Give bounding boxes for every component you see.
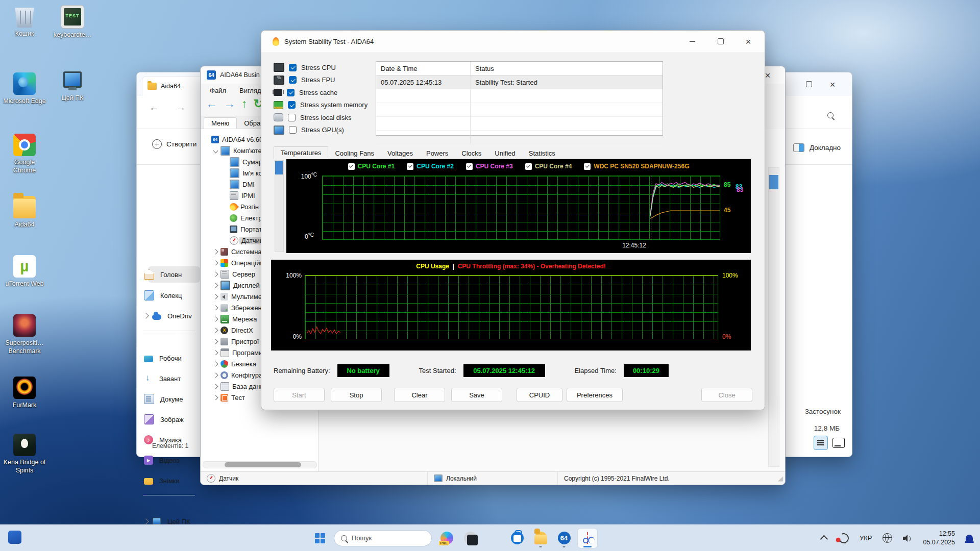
table-row[interactable]: 05.07.2025 12:45:13Stability Test: Start…: [376, 76, 663, 89]
desktop-icon-furmark[interactable]: FurMark: [2, 377, 47, 410]
back-arrow-icon[interactable]: ←: [206, 97, 217, 111]
stress-option-cache[interactable]: Stress cache: [274, 86, 368, 99]
checkbox-gpu[interactable]: [289, 126, 297, 134]
tree-item-label: База дани: [232, 383, 264, 390]
maximize-button[interactable]: [799, 77, 819, 92]
status-local: Локальний: [446, 475, 477, 482]
scrollbar-thumb[interactable]: [275, 161, 283, 174]
maximize-button[interactable]: [710, 34, 731, 49]
preferences-button[interactable]: Preferences: [567, 388, 623, 402]
store-taskbar-icon[interactable]: [507, 529, 527, 548]
gauge-icon: [207, 474, 215, 483]
update-sync-icon[interactable]: [837, 531, 851, 545]
folder-taskbar-icon[interactable]: [531, 529, 550, 548]
desktop-icon-edge[interactable]: Microsoft Edge: [2, 72, 47, 106]
desktop-icon-chrome[interactable]: Google Chrome: [2, 134, 47, 174]
legend-item: CPU Core #2: [407, 163, 454, 170]
legend-checkbox[interactable]: [348, 163, 355, 170]
search-icon: [341, 535, 347, 541]
new-button[interactable]: Створити: [152, 139, 197, 149]
vertical-scrollbar[interactable]: [768, 167, 779, 467]
minimize-button[interactable]: [682, 34, 702, 49]
legend-checkbox[interactable]: [466, 163, 473, 170]
close-button[interactable]: [738, 34, 758, 49]
tab-unified[interactable]: Unified: [488, 147, 522, 159]
graph-scrollbar[interactable]: [271, 159, 286, 253]
legend-checkbox[interactable]: [407, 163, 413, 170]
network-globe-icon[interactable]: [883, 533, 892, 543]
desktop-icon-utorrent[interactable]: uTorrent Web: [2, 255, 47, 288]
clear-button[interactable]: Clear: [394, 388, 445, 402]
checkbox-disk[interactable]: [288, 114, 296, 121]
tree-item-label: DirectX: [231, 327, 253, 334]
start-button[interactable]: Start: [274, 388, 325, 402]
stress-option-disk[interactable]: Stress local disks: [274, 111, 368, 124]
stress-option-fpu[interactable]: Stress FPU: [274, 74, 368, 87]
forward-arrow-icon[interactable]: →: [176, 102, 186, 113]
stop-button[interactable]: Stop: [331, 388, 382, 402]
column-date-time: Date & Time: [376, 62, 471, 75]
test-info-row: Remaining Battery: No battery Test Start…: [274, 364, 752, 377]
copilot-taskbar-icon[interactable]: PRE: [437, 529, 456, 548]
aida-taskbar-icon[interactable]: 64: [554, 529, 574, 548]
content-view-icon[interactable]: [832, 438, 845, 448]
close-button[interactable]: [822, 77, 843, 92]
series-value: 45: [724, 207, 730, 214]
edge-taskbar-icon[interactable]: [484, 529, 503, 548]
desktop-icon-testimg[interactable]: TESTkeyboardte…: [50, 5, 95, 39]
tab-voltages[interactable]: Voltages: [381, 147, 420, 159]
menu-file[interactable]: Файл: [210, 87, 226, 94]
cpuid-button[interactable]: CPUID: [517, 388, 562, 402]
tab-menu[interactable]: Меню: [204, 117, 237, 129]
taskbar-search[interactable]: Пошук: [334, 530, 432, 546]
store-icon: [511, 532, 524, 544]
tab-powers[interactable]: Powers: [420, 147, 455, 159]
desktop-icon-superpos[interactable]: Superpositi… Benchmark: [2, 314, 47, 355]
notification-bell-icon[interactable]: [966, 535, 973, 541]
list-view-icon[interactable]: [814, 436, 828, 450]
stress-option-memory[interactable]: Stress system memory: [274, 99, 368, 112]
details-pane-button[interactable]: Докладно: [793, 143, 841, 152]
forward-arrow-icon[interactable]: →: [224, 97, 235, 111]
close-button[interactable]: Close: [701, 388, 752, 402]
desktop-icon-kena[interactable]: Kena Bridge of Spirits: [2, 434, 47, 474]
stress-option-gpu[interactable]: Stress GPU(s): [274, 124, 368, 137]
checkbox-memory[interactable]: [288, 101, 296, 109]
tray-overflow-icon[interactable]: [820, 535, 828, 543]
resize-grip[interactable]: ◢: [778, 474, 785, 482]
legend-checkbox[interactable]: [525, 163, 532, 170]
tab-statistics[interactable]: Statistics: [522, 147, 562, 159]
desktop-icon-label: Aida64: [2, 221, 47, 229]
frames-taskbar-icon[interactable]: [460, 529, 480, 548]
security-icon: [220, 360, 228, 368]
snip-taskbar-icon[interactable]: [578, 529, 597, 548]
menubar: Файл Вигляд: [201, 84, 271, 97]
back-arrow-icon[interactable]: ←: [149, 102, 159, 113]
tab-clocks[interactable]: Clocks: [455, 147, 488, 159]
desktop-icon-pc[interactable]: Цей ПК: [50, 69, 95, 103]
volume-icon[interactable]: [903, 534, 912, 542]
legend-checkbox[interactable]: [584, 163, 591, 170]
database-icon: [220, 382, 229, 391]
widgets-icon[interactable]: [8, 531, 21, 544]
screens-icon: [144, 478, 153, 485]
tab-cooling-fans[interactable]: Cooling Fans: [328, 147, 381, 159]
icon-inner-text: TEST: [61, 13, 84, 18]
search-icon[interactable]: [827, 112, 834, 118]
up-arrow-icon[interactable]: ↑: [241, 97, 248, 111]
checkbox-cache[interactable]: [287, 89, 295, 96]
tab-temperatures[interactable]: Temperatures: [274, 146, 328, 159]
menu-view[interactable]: Вигляд: [239, 87, 261, 94]
horizontal-scrollbar[interactable]: [203, 461, 317, 468]
desktop-icon-folder[interactable]: Aida64: [2, 196, 47, 229]
clock[interactable]: 12:55 05.07.2025: [923, 530, 955, 547]
desktop-icon-recycle[interactable]: Кошик: [2, 5, 47, 38]
save-button[interactable]: Save: [451, 388, 502, 402]
checkbox-cpu[interactable]: [289, 64, 297, 71]
stress-option-cpu[interactable]: Stress CPU: [274, 61, 368, 74]
language-indicator[interactable]: УКР: [860, 534, 872, 542]
table-header: Date & TimeStatus: [376, 62, 663, 76]
checkbox-fpu[interactable]: [289, 76, 297, 84]
tree-item-label: Розгін: [240, 203, 259, 211]
start-button[interactable]: [311, 530, 329, 547]
